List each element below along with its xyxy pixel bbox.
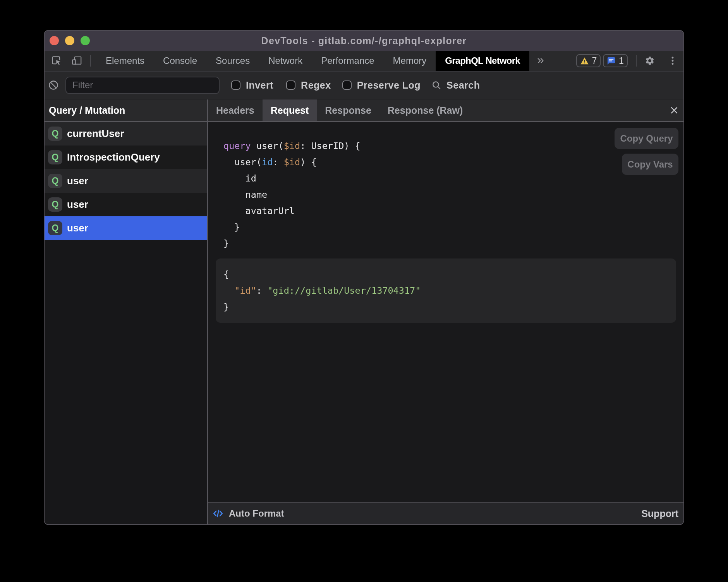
code-token-pl: : xyxy=(256,285,267,296)
code-line: user(id: $id) { xyxy=(223,154,683,170)
tab-sources[interactable]: Sources xyxy=(206,51,259,71)
auto-format-label[interactable]: Auto Format xyxy=(229,508,284,519)
more-options-kebab-icon[interactable] xyxy=(666,54,679,67)
query-list-item-label: user xyxy=(67,199,88,211)
search-group[interactable]: Search xyxy=(431,80,480,91)
request-content: query user($id: UserID) { user(id: $id) … xyxy=(208,122,683,502)
query-type-badge: Q xyxy=(48,127,62,141)
preserve-log-checkbox[interactable] xyxy=(342,80,352,90)
search-label: Search xyxy=(446,80,480,91)
query-list-item-label: user xyxy=(67,175,88,187)
main-area: Query / Mutation QcurrentUserQIntrospect… xyxy=(45,99,683,524)
tab-graphql-network[interactable]: GraphQL Network xyxy=(436,51,529,71)
request-query-code: query user($id: UserID) { user(id: $id) … xyxy=(208,122,683,252)
devtools-window: DevTools - gitlab.com/-/graphql-explorer… xyxy=(44,30,684,525)
query-list-item-label: user xyxy=(67,222,88,234)
code-token-pl: } xyxy=(223,301,229,312)
query-list-panel: Query / Mutation QcurrentUserQIntrospect… xyxy=(45,99,207,524)
query-type-badge: Q xyxy=(48,197,62,212)
close-detail-icon[interactable] xyxy=(669,105,679,115)
tab-network[interactable]: Network xyxy=(259,51,312,71)
tab-performance[interactable]: Performance xyxy=(312,51,383,71)
detail-tab-response[interactable]: Response xyxy=(317,99,379,121)
filter-input[interactable] xyxy=(65,77,220,94)
code-token-pl: id xyxy=(223,173,256,184)
issues-badge[interactable]: 1 xyxy=(603,54,628,67)
warnings-badge[interactable]: 7 xyxy=(576,54,601,67)
query-type-badge: Q xyxy=(48,221,62,235)
query-list-item[interactable]: QcurrentUser xyxy=(45,122,207,146)
query-list-item[interactable]: Quser xyxy=(45,169,207,193)
invert-checkbox-group[interactable]: Invert xyxy=(231,80,273,91)
filter-toolbar: Invert Regex Preserve Log Search xyxy=(45,72,683,99)
query-list-header-label: Query / Mutation xyxy=(49,105,125,116)
code-line: "id": "gid://gitlab/User/13704317" xyxy=(223,282,676,299)
auto-format-icon xyxy=(212,508,224,519)
code-token-prop: id xyxy=(262,157,273,168)
invert-checkbox[interactable] xyxy=(231,80,240,90)
code-line: } xyxy=(223,219,683,235)
query-list-item[interactable]: QIntrospectionQuery xyxy=(45,146,207,169)
query-list-item[interactable]: Quser xyxy=(45,193,207,216)
code-line: } xyxy=(223,235,683,252)
code-token-str: "gid://gitlab/User/13704317" xyxy=(267,285,421,296)
inspect-element-icon[interactable] xyxy=(50,54,63,67)
code-token-pl: user( xyxy=(251,140,284,151)
code-token-pl: ) { xyxy=(300,157,316,168)
regex-label: Regex xyxy=(301,80,331,91)
toolbar-divider xyxy=(636,55,637,67)
copy-vars-button[interactable]: Copy Vars xyxy=(622,154,678,175)
more-tabs-chevron-icon[interactable]: » xyxy=(529,53,544,69)
warning-icon xyxy=(580,56,589,65)
query-list-header: Query / Mutation xyxy=(45,99,207,122)
detail-tabbar: HeadersRequestResponseResponse (Raw) xyxy=(208,99,683,122)
regex-checkbox[interactable] xyxy=(286,80,295,90)
devtools-tabbar: Elements Console Sources Network Perform… xyxy=(45,51,683,72)
regex-checkbox-group[interactable]: Regex xyxy=(286,80,331,91)
code-token-pl: : UserID) { xyxy=(300,140,361,151)
clear-filter-icon[interactable] xyxy=(47,80,60,91)
device-toolbar-icon[interactable] xyxy=(70,54,83,67)
tab-elements[interactable]: Elements xyxy=(96,51,154,71)
code-token-pl: : xyxy=(273,157,283,168)
settings-gear-icon[interactable] xyxy=(643,54,656,67)
search-icon xyxy=(431,80,441,90)
code-token-var: $id xyxy=(284,157,300,168)
copy-query-button[interactable]: Copy Query xyxy=(615,128,678,149)
titlebar: DevTools - gitlab.com/-/graphql-explorer xyxy=(45,31,683,51)
code-token-pl: user( xyxy=(223,157,262,168)
request-variables-box: { "id": "gid://gitlab/User/13704317"} xyxy=(216,258,676,323)
code-token-var: $id xyxy=(284,140,300,151)
detail-footer: Auto Format Support xyxy=(208,502,683,524)
code-line: avatarUrl xyxy=(223,203,683,219)
code-token-pl: { xyxy=(223,269,229,280)
invert-label: Invert xyxy=(246,80,273,91)
code-token-var: "id" xyxy=(234,285,256,296)
query-list-item[interactable]: Quser xyxy=(45,216,207,240)
query-list-item-label: IntrospectionQuery xyxy=(67,151,160,163)
detail-tab-response-raw[interactable]: Response (Raw) xyxy=(379,99,471,121)
tab-memory[interactable]: Memory xyxy=(384,51,436,71)
code-line: { xyxy=(223,266,676,282)
issues-count: 1 xyxy=(619,56,624,66)
preserve-log-label: Preserve Log xyxy=(357,80,421,91)
query-list-item-label: currentUser xyxy=(67,128,124,140)
code-line: name xyxy=(223,187,683,203)
warnings-count: 7 xyxy=(592,56,597,66)
detail-tabs: HeadersRequestResponseResponse (Raw) xyxy=(208,99,669,121)
code-token-pl: } xyxy=(223,238,229,249)
code-token-pl: avatarUrl xyxy=(223,205,295,216)
detail-tab-headers[interactable]: Headers xyxy=(208,99,263,121)
code-token-pl: name xyxy=(223,189,267,200)
preserve-log-checkbox-group[interactable]: Preserve Log xyxy=(342,80,421,91)
detail-tab-request[interactable]: Request xyxy=(263,99,317,121)
code-line: } xyxy=(223,299,676,315)
message-icon xyxy=(607,56,616,65)
tab-console[interactable]: Console xyxy=(154,51,206,71)
toolbar-divider xyxy=(90,55,91,67)
code-token-kw: query xyxy=(223,140,251,151)
code-line: id xyxy=(223,170,683,187)
window-title: DevTools - gitlab.com/-/graphql-explorer xyxy=(45,35,683,46)
support-link[interactable]: Support xyxy=(641,508,678,519)
request-detail-panel: HeadersRequestResponseResponse (Raw) que… xyxy=(208,99,683,524)
